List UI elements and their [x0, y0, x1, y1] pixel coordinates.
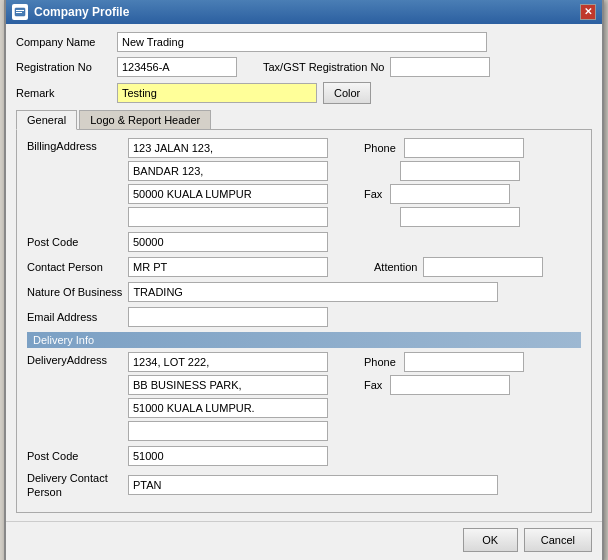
billing-line1-input[interactable]	[128, 138, 328, 158]
billing-line2-input[interactable]	[128, 161, 328, 181]
tab-logo[interactable]: Logo & Report Header	[79, 110, 211, 129]
phone-section: Phone Fax	[364, 138, 524, 227]
svg-rect-1	[16, 10, 24, 11]
close-button[interactable]: ✕	[580, 4, 596, 20]
fax1-input[interactable]	[390, 184, 510, 204]
phone1-input[interactable]	[404, 138, 524, 158]
billing-address-label: BillingAddress	[27, 138, 122, 152]
billing-line4-input[interactable]	[128, 207, 328, 227]
email-row: Email Address	[27, 307, 581, 327]
window-icon	[12, 4, 28, 20]
delivery-phone-section: Phone Fax	[364, 352, 524, 395]
company-name-label: Company Name	[16, 36, 111, 48]
delivery-fax-label: Fax	[364, 379, 382, 391]
fax2-input[interactable]	[400, 207, 520, 227]
fax-label: Fax	[364, 188, 382, 200]
nature-row: Nature Of Business	[27, 282, 581, 302]
delivery-section-header: Delivery Info	[27, 332, 581, 348]
tax-gst-label: Tax/GST Registration No	[263, 61, 384, 73]
svg-rect-2	[16, 12, 22, 13]
nature-label: Nature Of Business	[27, 286, 122, 298]
delivery-post-code-row: Post Code	[27, 446, 581, 466]
cancel-button[interactable]: Cancel	[524, 528, 592, 552]
billing-line3-input[interactable]	[128, 184, 328, 204]
phone2-input[interactable]	[400, 161, 520, 181]
company-name-row: Company Name	[16, 32, 592, 52]
delivery-post-code-input[interactable]	[128, 446, 328, 466]
attention-input[interactable]	[423, 257, 543, 277]
delivery-address-fields	[128, 352, 328, 441]
contact-row: Contact Person Attention	[27, 257, 581, 277]
delivery-line1-input[interactable]	[128, 352, 328, 372]
remark-label: Remark	[16, 87, 111, 99]
delivery-contact-row: Delivery ContactPerson	[27, 471, 581, 500]
delivery-line2-input[interactable]	[128, 375, 328, 395]
title-bar: Company Profile ✕	[6, 0, 602, 24]
phone-row-2	[364, 161, 524, 181]
tab-general[interactable]: General	[16, 110, 77, 130]
email-label: Email Address	[27, 311, 122, 323]
form-content: Company Name Registration No Tax/GST Reg…	[6, 24, 602, 522]
window-title: Company Profile	[34, 5, 129, 19]
delivery-fax-input[interactable]	[390, 375, 510, 395]
delivery-phone-row: Phone	[364, 352, 524, 372]
delivery-line3-input[interactable]	[128, 398, 328, 418]
fax-row-1: Fax	[364, 184, 524, 204]
remark-row: Remark Color	[16, 82, 592, 104]
color-button[interactable]: Color	[323, 82, 371, 104]
attention-label: Attention	[374, 261, 417, 273]
phone-label: Phone	[364, 142, 396, 154]
delivery-fax-row: Fax	[364, 375, 524, 395]
nature-input[interactable]	[128, 282, 498, 302]
billing-address-row: BillingAddress Phone	[27, 138, 581, 227]
delivery-contact-label: Delivery ContactPerson	[27, 471, 122, 500]
delivery-address-row: DeliveryAddress Phone Fax	[27, 352, 581, 441]
email-input[interactable]	[128, 307, 328, 327]
phone-row-1: Phone	[364, 138, 524, 158]
registration-input[interactable]	[117, 57, 237, 77]
tab-bar: General Logo & Report Header	[16, 110, 592, 130]
contact-person-label: Contact Person	[27, 261, 122, 273]
tab-content-general: BillingAddress Phone	[16, 130, 592, 514]
ok-button[interactable]: OK	[463, 528, 518, 552]
post-code-input[interactable]	[128, 232, 328, 252]
post-code-label: Post Code	[27, 236, 122, 248]
registration-label: Registration No	[16, 61, 111, 73]
company-name-input[interactable]	[117, 32, 487, 52]
delivery-address-label: DeliveryAddress	[27, 352, 122, 366]
footer-bar: OK Cancel	[6, 521, 602, 560]
post-code-row: Post Code	[27, 232, 581, 252]
registration-row: Registration No Tax/GST Registration No	[16, 57, 592, 77]
company-profile-window: Company Profile ✕ Company Name Registrat…	[4, 0, 604, 560]
remark-input[interactable]	[117, 83, 317, 103]
tax-gst-input[interactable]	[390, 57, 490, 77]
delivery-post-code-label: Post Code	[27, 450, 122, 462]
delivery-phone-input[interactable]	[404, 352, 524, 372]
fax-row-2	[364, 207, 524, 227]
delivery-phone-label: Phone	[364, 356, 396, 368]
delivery-line4-input[interactable]	[128, 421, 328, 441]
contact-person-input[interactable]	[128, 257, 328, 277]
delivery-contact-input[interactable]	[128, 475, 498, 495]
billing-address-fields	[128, 138, 328, 227]
